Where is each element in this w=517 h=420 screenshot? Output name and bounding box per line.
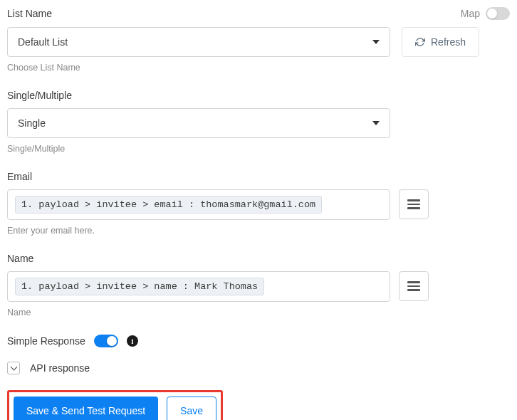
- field-single-multiple: Single/Multiple Single Single/Multiple: [7, 90, 510, 154]
- name-row: 1. payload > invitee > name : Mark Thoma…: [7, 271, 510, 302]
- email-label: Email: [7, 171, 32, 182]
- api-response-row: API response: [7, 362, 510, 374]
- simple-response-row: Simple Response i: [7, 335, 510, 347]
- name-label: Name: [7, 253, 33, 264]
- single-multiple-select[interactable]: Single: [7, 108, 390, 138]
- field-name: Name 1. payload > invitee > name : Mark …: [7, 253, 510, 317]
- map-toggle-group: Map: [461, 7, 510, 20]
- email-menu-button[interactable]: [399, 189, 429, 219]
- info-icon[interactable]: i: [127, 335, 138, 347]
- name-input[interactable]: 1. payload > invitee > name : Mark Thoma…: [7, 271, 390, 302]
- api-response-expand[interactable]: [7, 362, 20, 374]
- caret-down-icon: [372, 121, 380, 125]
- single-multiple-label: Single/Multiple: [7, 90, 72, 101]
- list-name-select[interactable]: Default List: [7, 27, 390, 57]
- single-multiple-value: Single: [18, 117, 46, 129]
- toggle-knob: [487, 9, 497, 19]
- name-helper: Name: [7, 308, 510, 317]
- label-row: List Name Map: [7, 7, 510, 20]
- email-helper: Enter your email here.: [7, 226, 510, 236]
- toggle-knob: [107, 336, 117, 346]
- field-list-name: List Name Map Default List Refresh Choos…: [7, 7, 510, 73]
- hamburger-icon: [407, 281, 420, 291]
- refresh-button[interactable]: Refresh: [402, 27, 479, 57]
- caret-down-icon: [372, 40, 380, 44]
- simple-response-toggle[interactable]: [94, 335, 118, 347]
- label-row: Single/Multiple: [7, 90, 510, 101]
- list-name-row: Default List Refresh: [7, 27, 510, 57]
- refresh-label: Refresh: [431, 36, 466, 48]
- refresh-icon: [415, 37, 425, 47]
- list-name-label: List Name: [7, 8, 52, 19]
- api-response-label: API response: [30, 362, 90, 374]
- map-label: Map: [461, 8, 480, 19]
- email-input[interactable]: 1. payload > invitee > email : thomasmar…: [7, 189, 390, 220]
- single-multiple-helper: Single/Multiple: [7, 144, 510, 154]
- action-button-row-highlight: Save & Send Test Request Save: [7, 390, 223, 420]
- hamburger-icon: [407, 199, 420, 209]
- save-button[interactable]: Save: [167, 397, 216, 420]
- name-chip: 1. payload > invitee > name : Mark Thoma…: [15, 278, 264, 295]
- email-row: 1. payload > invitee > email : thomasmar…: [7, 189, 510, 220]
- map-toggle[interactable]: [486, 7, 510, 20]
- list-name-helper: Choose List Name: [7, 63, 510, 73]
- list-name-value: Default List: [18, 36, 68, 48]
- simple-response-label: Simple Response: [7, 335, 85, 347]
- label-row: Name: [7, 253, 510, 264]
- name-menu-button[interactable]: [399, 271, 429, 301]
- email-chip: 1. payload > invitee > email : thomasmar…: [15, 196, 322, 214]
- save-send-test-button[interactable]: Save & Send Test Request: [14, 397, 158, 420]
- chevron-down-icon: [10, 364, 17, 371]
- label-row: Email: [7, 171, 510, 182]
- field-email: Email 1. payload > invitee > email : tho…: [7, 171, 510, 236]
